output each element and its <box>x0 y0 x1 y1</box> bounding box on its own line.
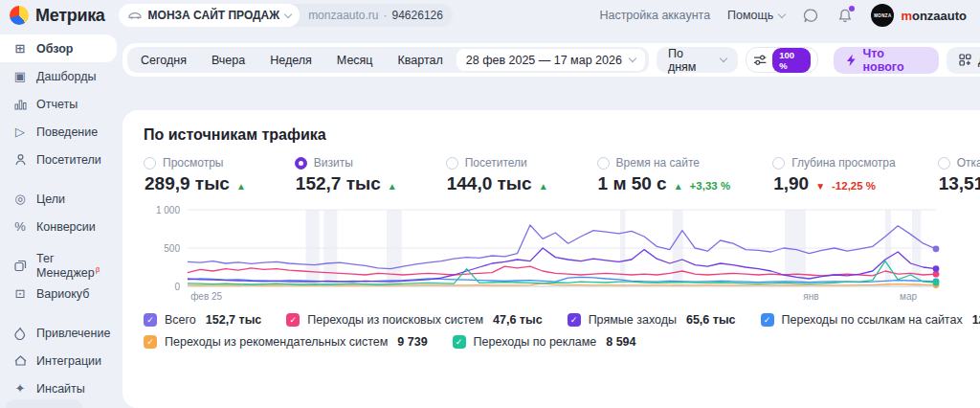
sidebar-item-goals[interactable]: ◎ Цели <box>0 185 117 213</box>
traffic-chart[interactable]: 1 0005000фев 25янвмар <box>144 202 980 307</box>
svg-text:0: 0 <box>174 282 180 292</box>
user-menu[interactable]: MONZA monzaauto <box>871 4 967 27</box>
beta-badge: β <box>96 265 100 274</box>
date-range-value: 28 фев 2025 — 17 мар 2026 <box>466 54 622 67</box>
checkbox-icon: ✓ <box>144 313 157 327</box>
range-month-button[interactable]: Месяц <box>325 54 385 67</box>
flame-icon <box>12 326 28 341</box>
legend-search[interactable]: ✓ Переходы из поисковых систем 47,6 тыс <box>286 313 542 327</box>
whats-new-button[interactable]: Что нового <box>834 47 939 74</box>
bar-chart-icon <box>12 97 28 112</box>
chevron-down-icon <box>778 10 786 17</box>
sidebar-item-behavior[interactable]: ▷ Поведение <box>0 118 117 146</box>
sidebar-label: Инсайты <box>36 382 85 396</box>
sidebar-item-variocube[interactable]: ⊡ Вариокуб <box>0 280 117 307</box>
main-content: Сегодня Вчера Неделя Месяц Квартал 28 фе… <box>117 31 980 408</box>
svg-text:фев 25: фев 25 <box>190 291 222 302</box>
sidebar-item-tag-manager[interactable]: Тег Менеджерβ <box>0 252 117 280</box>
trend-arrow-icon: ▲ <box>539 181 548 192</box>
sidebar-label: Обзор <box>36 42 73 56</box>
radio-icon <box>772 157 785 170</box>
trend-arrow-icon: ▲ <box>236 181 246 192</box>
card-title: По источникам трафика <box>144 126 980 144</box>
sidebar-item-overview[interactable]: ⊞ Обзор <box>0 34 117 62</box>
sidebar-label: Тег Менеджерβ <box>36 252 109 280</box>
sidebar-item-reports[interactable]: Отчеты <box>0 90 117 118</box>
sampling-badge: 100 % <box>772 48 811 73</box>
legend-site-links[interactable]: ✓ Переходы по ссылкам на сайтах 12,4 тыс <box>761 313 980 327</box>
sidebar-label: Вариокуб <box>36 287 89 301</box>
sidebar-item-dashboards[interactable]: ▣ Дашборды <box>0 62 117 90</box>
radio-icon <box>938 157 950 170</box>
legend-direct[interactable]: ✓ Прямые заходы 65,6 тыс <box>568 313 736 327</box>
svg-text:500: 500 <box>164 243 180 254</box>
checkbox-icon: ✓ <box>453 335 466 349</box>
separator-dot: · <box>384 9 388 22</box>
sparkles-icon: ✦ <box>12 381 28 397</box>
help-menu[interactable]: Помощь <box>727 9 785 22</box>
radio-icon <box>144 157 156 170</box>
notifications-button[interactable] <box>836 7 854 24</box>
sidebar-collapsed-panel[interactable] <box>6 399 82 408</box>
chevron-down-icon <box>720 55 727 62</box>
metric-time-on-site[interactable]: Время на сайте 1 м 50 с▲+3,33 % <box>597 156 731 194</box>
trend-arrow-icon: ▲ <box>674 181 683 192</box>
metric-tabs: Просмотры 289,9 тыс▲ Визиты 152,7 тыс▲ П… <box>144 156 980 194</box>
sidebar-label: Дашборды <box>36 70 97 83</box>
granularity-select[interactable]: По дням <box>657 47 738 73</box>
lightning-icon <box>846 54 857 67</box>
counter-domain[interactable]: monzaauto.ru <box>308 9 378 22</box>
range-week-button[interactable]: Неделя <box>258 54 323 67</box>
metric-depth[interactable]: Глубина просмотра 1,90▼-12,25 % <box>772 156 896 194</box>
sidebar-item-integrations[interactable]: Интеграции <box>0 347 117 374</box>
chat-icon <box>803 8 819 24</box>
sampling-button[interactable]: 100 % <box>746 47 818 73</box>
counter-name: МОНЗА САЙТ ПРОДАЖ <box>148 9 280 22</box>
metric-views[interactable]: Просмотры 289,9 тыс▲ <box>144 156 253 194</box>
widgets-icon <box>959 54 971 66</box>
checkbox-icon: ✓ <box>761 313 774 327</box>
chat-button[interactable] <box>802 7 819 24</box>
account-settings-link[interactable]: Настройка аккаунта <box>599 9 710 22</box>
range-yesterday-button[interactable]: Вчера <box>200 54 256 67</box>
trend-arrow-icon: ▼ <box>815 181 825 192</box>
sidebar-label: Привлечение <box>36 327 110 340</box>
metrika-logo[interactable]: Метрика <box>10 6 105 26</box>
sidebar: ⊞ Обзор ▣ Дашборды Отчеты ▷ Поведение По… <box>0 31 117 408</box>
notification-dot <box>849 6 855 11</box>
metrika-logo-icon <box>10 6 29 25</box>
dashboards-icon: ▣ <box>12 69 28 84</box>
sidebar-label: Отчеты <box>36 98 78 111</box>
legend-recommendation[interactable]: ✓ Переходы из рекомендательных систем 9 … <box>144 335 428 349</box>
target-icon: ◎ <box>12 192 28 207</box>
chevron-down-icon <box>629 55 636 62</box>
puzzle-icon <box>12 353 28 369</box>
metric-visits[interactable]: Визиты 152,7 тыс▲ <box>295 156 404 194</box>
counter-select[interactable]: МОНЗА САЙТ ПРОДАЖ <box>119 4 301 27</box>
add-widget-button[interactable]: Добавить <box>947 47 980 74</box>
person-icon <box>12 152 28 168</box>
sidebar-item-acquisition[interactable]: Привлечение <box>0 319 117 347</box>
site-favicon-car-icon <box>127 11 143 20</box>
date-range-picker[interactable]: 28 фев 2025 — 17 мар 2026 <box>457 49 645 71</box>
tag-manager-icon <box>12 259 28 274</box>
metric-bounce-rate[interactable]: Отказы 13,51 %▲+1,4 % <box>938 156 980 194</box>
sidebar-item-visitors[interactable]: Посетители <box>0 146 117 173</box>
top-header: Метрика МОНЗА САЙТ ПРОДАЖ monzaauto.ru ·… <box>0 0 980 31</box>
range-today-button[interactable]: Сегодня <box>129 54 198 67</box>
chevron-down-icon <box>284 10 292 17</box>
counter-switcher: МОНЗА САЙТ ПРОДАЖ monzaauto.ru · 9462612… <box>119 4 453 27</box>
sidebar-item-conversions[interactable]: % Конверсии <box>0 213 117 240</box>
sidebar-label: Интеграции <box>36 354 101 368</box>
toolbar: Сегодня Вчера Неделя Месяц Квартал 28 фе… <box>122 43 980 77</box>
metric-users[interactable]: Посетители 144,0 тыс▲ <box>446 156 555 194</box>
percent-icon: % <box>12 219 28 235</box>
sidebar-item-insights[interactable]: ✦ Инсайты <box>0 374 117 402</box>
sidebar-label: Поведение <box>36 125 98 139</box>
legend-ads[interactable]: ✓ Переходы по рекламе 8 594 <box>453 335 636 349</box>
range-quarter-button[interactable]: Квартал <box>387 54 455 67</box>
whats-new-label: Что нового <box>863 47 927 74</box>
avatar: MONZA <box>871 4 894 27</box>
legend-total[interactable]: ✓ Всего 152,7 тыс <box>144 313 261 327</box>
sidebar-label: Цели <box>36 193 65 206</box>
